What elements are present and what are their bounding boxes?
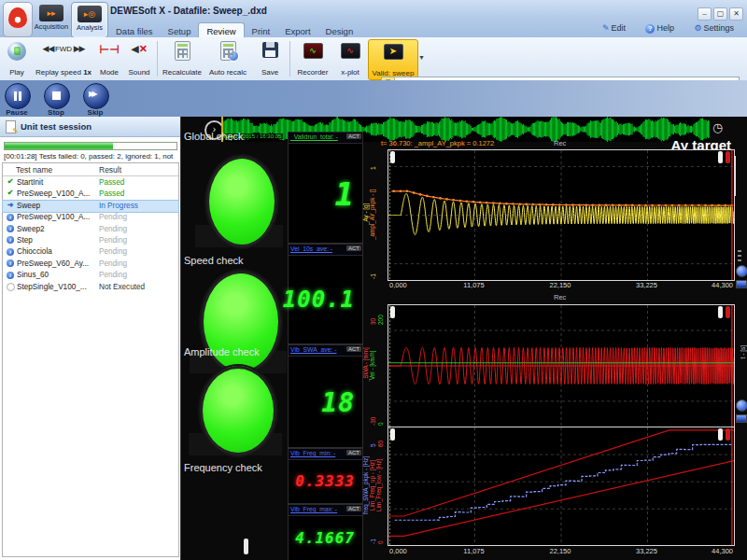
chart-tool-button[interactable] xyxy=(736,414,747,423)
test-row-stepsinglev100[interactable]: StepSingle_V100_...Not Executed xyxy=(3,282,178,293)
time-axis-label: t - [s] xyxy=(740,345,746,358)
drag-handle[interactable] xyxy=(738,250,741,263)
toolbar-separator xyxy=(157,41,158,77)
check-label-amplitude-check: Amplitude check xyxy=(184,346,260,357)
acquisition-label: Acquisition xyxy=(35,22,68,31)
scroll-handle-left[interactable] xyxy=(390,428,395,441)
save-button[interactable]: Save xyxy=(254,39,286,78)
test-table: Test name Result ✔StartInitPassed✔PreSwe… xyxy=(2,162,179,557)
skip-button[interactable]: ▶▶ xyxy=(83,83,109,109)
column-result[interactable]: Result xyxy=(99,165,121,175)
speed-value[interactable]: 1x xyxy=(83,68,92,77)
chart-tool-button[interactable] xyxy=(736,280,747,288)
test-row-presweepv100a[interactable]: iPreSweep_V100_A...Pending xyxy=(3,212,178,223)
toolbar: Play ◀◀ FWD ▶▶ Replay speed 1x ⊢⊣ Mode ◀… xyxy=(0,37,747,81)
test-name: PreSweep_V100_A... xyxy=(17,213,97,221)
replay-speed-control[interactable]: ◀◀ FWD ▶▶ Replay speed 1x xyxy=(34,39,93,78)
chart-plot-1[interactable] xyxy=(388,304,735,427)
close-button[interactable]: ✕ xyxy=(729,7,743,21)
act-badge: ACT xyxy=(346,506,361,511)
test-row-startinit[interactable]: ✔StartInitPassed xyxy=(3,177,178,189)
display-label[interactable]: Vib_Freq_min: - xyxy=(290,450,335,456)
recalculate-button[interactable]: Recalculate xyxy=(161,39,204,78)
test-result: Pending xyxy=(99,213,127,221)
unit-test-header[interactable]: Unit test session xyxy=(0,117,180,137)
pause-button[interactable] xyxy=(5,83,31,109)
stop-button[interactable] xyxy=(44,83,70,109)
display-label[interactable]: Vib_Freq_max: - xyxy=(290,506,337,512)
chart-tool-button[interactable] xyxy=(736,399,747,412)
test-name: Sweep xyxy=(17,202,97,210)
rewind-icon[interactable]: ◀◀ xyxy=(43,44,54,53)
dewesoft-window: ▸▸ Acquisition ▸◎ Analysis DEWESoft X - … xyxy=(0,0,747,560)
cursor-handle[interactable] xyxy=(726,151,730,163)
sequence-bar: Pause Stop ▶▶ Skip Sequence: DW_VDTest_1… xyxy=(0,80,747,117)
tab-acquisition[interactable]: ▸▸ Acquisition xyxy=(34,2,69,36)
menu-tabs: Data filesSetupReviewPrintExportDesign xyxy=(108,21,360,37)
recorder-button[interactable]: ∿ Recorder xyxy=(293,39,332,78)
column-test-name[interactable]: Test name xyxy=(16,165,52,175)
scroll-handle-right[interactable] xyxy=(718,428,723,441)
play-button[interactable]: Play xyxy=(2,39,32,78)
test-row-sweep2[interactable]: iSweep2Pending xyxy=(3,224,178,235)
y-max-label: 200 xyxy=(377,306,384,325)
display-label[interactable]: Vib_SWA_ave: - xyxy=(290,346,337,353)
chart1-annotation: t= 36.730: _ampl_AY_pkpk = 0.1272 xyxy=(381,139,494,147)
y-axis-label: _SWA - [mm] xyxy=(362,304,369,426)
scroll-handle-right[interactable] xyxy=(718,151,723,163)
cursor-handle[interactable] xyxy=(726,306,730,318)
test-row-chiocciola[interactable]: iChiocciolaPending xyxy=(3,246,178,258)
chevron-down-icon[interactable]: ▼ xyxy=(418,54,425,61)
chart-tool-button[interactable] xyxy=(736,265,747,277)
act-badge: ACT xyxy=(346,133,361,139)
cursor-handle[interactable] xyxy=(726,428,730,441)
y-max-label: 60 xyxy=(377,428,384,447)
info-icon: i xyxy=(6,270,15,279)
title-bar: ▸▸ Acquisition ▸◎ Analysis DEWESoft X - … xyxy=(0,0,747,38)
test-row-presweepv60ay[interactable]: iPreSweep_V60_Ay...Pending xyxy=(3,259,178,270)
edit-button[interactable]: ✎Edit xyxy=(602,23,626,33)
auto-recalc-button[interactable]: Auto recalc xyxy=(205,39,250,78)
xplot-button[interactable]: ∿ x-plot xyxy=(334,39,366,78)
settings-button[interactable]: ⚙Settings xyxy=(694,23,734,33)
maximize-button[interactable]: ▢ xyxy=(713,7,727,21)
sound-button[interactable]: ◀✕ Sound xyxy=(124,39,154,78)
minimize-button[interactable]: – xyxy=(698,7,712,21)
chart-plot-0[interactable] xyxy=(388,149,735,281)
sound-icon: ◀✕ xyxy=(131,43,148,55)
tab-analysis[interactable]: ▸◎ Analysis xyxy=(71,2,108,38)
x-tick: 44,300 xyxy=(712,281,733,289)
test-name: Sinus_60 xyxy=(17,271,97,279)
display-label[interactable]: _Validrun_total: - xyxy=(290,133,338,140)
info-icon: i xyxy=(6,224,15,233)
arrow-right-icon: ➜ xyxy=(6,201,15,209)
check-icon: ✔ xyxy=(6,177,15,186)
analysis-icon: ▸◎ xyxy=(78,6,102,22)
scroll-marker[interactable] xyxy=(244,539,248,554)
test-row-step[interactable]: iStepPending xyxy=(3,235,178,246)
test-row-sweep[interactable]: ➜SweepIn Progress xyxy=(3,201,178,212)
x-tick: 0,000 xyxy=(389,281,407,289)
test-row-presweepv100a[interactable]: ✔PreSweep_V100_A...Passed xyxy=(3,189,178,200)
display-value: 100.1 xyxy=(281,287,355,313)
display-label[interactable]: Vel_10s_ave: - xyxy=(290,245,332,252)
clock-icon[interactable]: ◷ xyxy=(712,120,723,134)
chart-plot-2[interactable] xyxy=(388,427,735,546)
check-label-global-check: Global check xyxy=(184,131,244,142)
help-button[interactable]: ?Help xyxy=(645,23,674,34)
y-max-label: 30 xyxy=(370,306,376,325)
scroll-handle-right[interactable] xyxy=(718,306,723,318)
test-name: Step xyxy=(17,236,97,245)
forward-icon[interactable]: ▶▶ xyxy=(74,44,85,53)
mode-button[interactable]: ⊢⊣ Mode xyxy=(95,39,123,78)
test-result: Pending xyxy=(99,247,127,256)
fwd-label: FWD xyxy=(55,45,72,53)
test-row-sinus60[interactable]: iSinus_60Pending xyxy=(3,270,178,281)
test-result: In Progress xyxy=(99,202,138,210)
play-icon xyxy=(7,42,26,61)
xplot-icon: ∿ xyxy=(341,43,360,59)
settings-icon: ⚙ xyxy=(694,23,701,33)
scroll-handle-left[interactable] xyxy=(390,151,395,163)
scroll-handle-left[interactable] xyxy=(390,306,395,318)
valid-sweep-button[interactable]: ➤ Valid: sweep xyxy=(368,39,418,80)
